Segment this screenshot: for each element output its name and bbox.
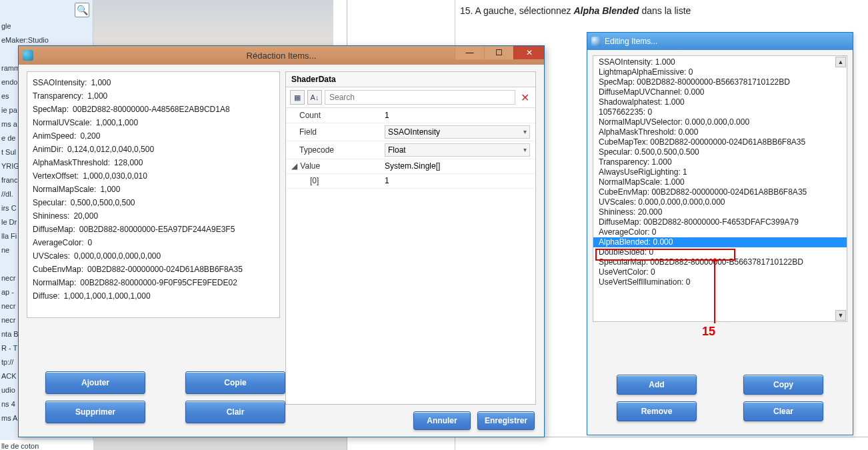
properties-list[interactable]: SSAOIntensity1,000Transparency1,000SpecM… [27,71,280,318]
save-button[interactable]: Enregistrer [477,411,535,430]
close-button[interactable]: ✕ [513,46,544,59]
search-input[interactable] [325,90,515,105]
property-row[interactable]: AverageColor0 [33,236,274,249]
dialog-editing-items: Editing Items... ▲ SSAOIntensity: 1.000L… [587,32,853,435]
app-icon [591,37,601,46]
annotation-arrow [714,260,715,323]
property-row[interactable]: Shininess: 20.000 [593,207,847,217]
property-row[interactable]: Diffuse1,000,1,000,1,000,1,000 [33,289,274,303]
property-row[interactable]: SpecularMap: 00B2D882-80000000-B56637817… [593,257,847,267]
chevron-down-icon: ▾ [523,146,527,153]
property-row[interactable]: VertexOffset1,000,0,030,0,010 [33,169,274,183]
property-row[interactable]: SSAOIntensity1,000 [33,76,274,89]
typecode-dropdown[interactable]: Float▾ [385,143,530,157]
sort-icon[interactable]: A↓ [307,90,322,105]
scroll-up-icon[interactable]: ▲ [835,57,846,67]
property-row[interactable]: UseVertSelfIllumination: 0 [593,277,847,287]
property-row[interactable]: Specular0,500,0,500,0,500 [33,196,274,209]
property-row[interactable]: SSAOIntensity: 1.000 [593,57,847,67]
expander-icon[interactable]: ◢ [291,161,298,171]
property-row[interactable]: AlphaMaskThreshold: 0.000 [593,127,847,137]
property-row[interactable]: NormalMapScale: 1.000 [593,177,847,187]
categorize-icon[interactable]: ▦ [290,90,305,105]
property-row[interactable]: DoubleSided: 0 [593,247,847,257]
property-row[interactable]: Transparency: 1.000 [593,157,847,167]
property-row[interactable]: NormalMapUVSelector: 0.000,0.000,0.000 [593,117,847,127]
dialog-redaction-items: Rédaction Items... — ☐ ✕ SSAOIntensity1,… [18,45,545,437]
sidebar-item[interactable]: eMaker:Studio [0,34,92,46]
annotation-label: 15 [702,325,715,339]
property-row[interactable]: DiffuseMap: 00B2D882-80000000-F4653DFAFC… [593,217,847,227]
property-row[interactable]: SpecMap00B2D882-80000000-A48568E2AB9CD1A… [33,103,274,116]
scroll-down-icon[interactable]: ▼ [835,310,846,321]
clear-button[interactable]: Clair [185,401,285,423]
property-row[interactable]: Transparency1,000 [33,89,274,103]
property-row[interactable]: AnimDir0,124,0,012,0,040,0,500 [33,143,274,156]
search-icon[interactable]: 🔍 [75,3,89,17]
maximize-button[interactable]: ☐ [484,46,513,59]
property-row[interactable]: CubeEnvMap: 00B2D882-00000000-024D61A8BB… [593,187,847,197]
properties-list[interactable]: ▲ SSAOIntensity: 1.000LightmapAlphaEmiss… [593,55,847,322]
chevron-down-icon: ▾ [523,128,527,135]
property-row[interactable]: UVScales0,000,0,000,0,000,0,000 [33,249,274,263]
property-row[interactable]: LightmapAlphaEmissive: 0 [593,67,847,77]
property-row[interactable]: SpecMap: 00B2D882-80000000-B566378171012… [593,77,847,87]
property-row[interactable]: Specular: 0.500,0.500,0.500 [593,147,847,157]
copy-button[interactable]: Copie [185,371,285,394]
property-row[interactable]: NormalMap00B2D882-80000000-9F0F95CFE9FED… [33,276,274,289]
cancel-button[interactable]: Annuler [413,411,471,430]
property-grid[interactable]: Count1 FieldSSAOIntensity▾ TypecodeFloat… [286,108,535,189]
property-row[interactable]: Shininess20,000 [33,209,274,223]
shaderdata-panel: ShaderData ▦ A↓ ✕ Count1 FieldSSAOIntens… [285,71,536,405]
property-row[interactable]: 1057662235: 0 [593,107,847,117]
property-row[interactable]: AnimSpeed0,200 [33,129,274,143]
property-row[interactable]: UseVertColor: 0 [593,267,847,277]
titlebar[interactable]: Editing Items... [587,33,853,50]
copy-button[interactable]: Copy [743,375,823,395]
property-row[interactable]: Shadowalphatest: 1.000 [593,97,847,107]
window-title: Editing Items... [605,37,657,46]
property-row[interactable]: CubeEnvMap00B2D882-00000000-024D61A8BB6F… [33,263,274,276]
remove-button[interactable]: Supprimer [45,401,145,423]
field-dropdown[interactable]: SSAOIntensity▾ [385,125,530,139]
remove-button[interactable]: Remove [617,401,697,421]
property-row[interactable]: NormalMapScale1,000 [33,183,274,196]
property-row[interactable]: AlphaMaskThreshold128,000 [33,156,274,169]
property-row[interactable]: AlwaysUseRigLighting: 1 [593,167,847,177]
instruction-text: 15. A gauche, sélectionnez Alpha Blended… [460,5,691,16]
property-row[interactable]: UVScales: 0.000,0.000,0.000,0.000 [593,197,847,207]
property-row[interactable]: AverageColor: 0 [593,227,847,237]
property-row[interactable]: DiffuseMapUVChannel: 0.000 [593,87,847,97]
clear-search-icon[interactable]: ✕ [518,91,531,104]
property-row[interactable]: AlphaBlended: 0.000 [593,237,847,247]
sidebar-bottom-text: lle de coton [0,440,92,450]
property-row[interactable]: NormalUVScale1,000,1,000 [33,116,274,129]
add-button[interactable]: Add [617,375,697,395]
minimize-button[interactable]: — [455,46,484,59]
add-button[interactable]: Ajouter [45,371,145,394]
clear-button[interactable]: Clear [743,401,823,421]
sidebar-item[interactable]: gle [0,20,92,32]
property-row[interactable]: CubeMapTex: 00B2D882-00000000-024D61A8BB… [593,137,847,147]
titlebar[interactable]: Rédaction Items... — ☐ ✕ [19,46,544,65]
panel-title: ShaderData [286,72,535,87]
property-row[interactable]: DiffuseMap00B2D882-80000000-E5A97DF244A9… [33,223,274,236]
